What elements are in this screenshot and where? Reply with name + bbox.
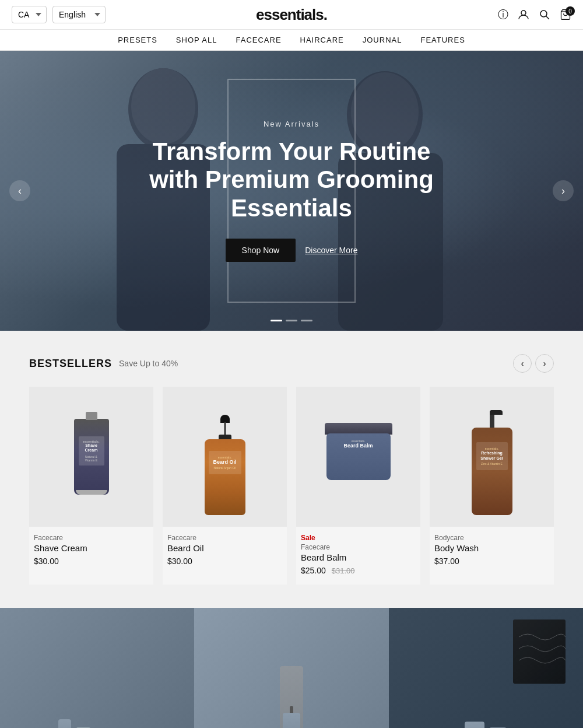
language-select[interactable]: English French German Spanish bbox=[52, 6, 106, 23]
shop-now-button[interactable]: Shop Now bbox=[226, 239, 296, 262]
nav-features[interactable]: FEATURES bbox=[420, 36, 465, 44]
hero-title: Transform Your Routine with Premium Groo… bbox=[128, 138, 455, 222]
product-card-beard-oil[interactable]: essentials. Beard Oil Natural Argan Oil … bbox=[163, 387, 287, 584]
hero-section: ‹ New Arrivals Transform Your Routine wi… bbox=[0, 51, 583, 331]
hero-dot-1[interactable] bbox=[271, 320, 282, 321]
product-price: $37.00 bbox=[434, 556, 549, 566]
product-name: Body Wash bbox=[434, 543, 549, 553]
bestsellers-title: BESTSELLERS bbox=[29, 358, 112, 370]
feature-banner-body[interactable]: essentials. BodyCream bbox=[194, 608, 388, 728]
product-category: Bodycare bbox=[434, 534, 549, 542]
hero-prev-button[interactable]: ‹ bbox=[9, 180, 30, 201]
cart-badge: 0 bbox=[566, 6, 575, 16]
brand-logo[interactable]: essentials. bbox=[256, 6, 327, 24]
product-card-shave-cream[interactable]: essentials. ShaveCream Natural & Vitamin… bbox=[29, 387, 153, 584]
nav-presets[interactable]: PRESETS bbox=[118, 36, 157, 44]
product-category: Facecare bbox=[167, 534, 282, 542]
product-card-body-wash[interactable]: essentials. RefreshingShower Gel Zinc & … bbox=[430, 387, 554, 584]
products-prev-button[interactable]: ‹ bbox=[513, 354, 532, 373]
hero-dot-3[interactable] bbox=[301, 320, 312, 321]
product-category: Facecare bbox=[34, 534, 149, 542]
hero-content: New Arrivals Transform Your Routine with… bbox=[117, 108, 466, 274]
product-card-beard-balm[interactable]: essentials. Beard Balm Sale Facecare Bea… bbox=[296, 387, 420, 584]
nav-shop-all[interactable]: SHOP ALL bbox=[176, 36, 217, 44]
section-header: BESTSELLERS Save Up to 40% ‹ › bbox=[29, 354, 554, 373]
product-info-beard-balm: Sale Facecare Beard Balm $25.00 $31.00 bbox=[296, 527, 420, 584]
cart-button[interactable]: 0 bbox=[560, 9, 571, 20]
product-price: $30.00 bbox=[167, 556, 282, 566]
product-name: Shave Cream bbox=[34, 543, 149, 553]
products-grid: essentials. ShaveCream Natural & Vitamin… bbox=[29, 387, 554, 584]
product-image-beard-oil: essentials. Beard Oil Natural Argan Oil bbox=[163, 387, 287, 527]
bestsellers-section: BESTSELLERS Save Up to 40% ‹ › essential… bbox=[0, 331, 583, 608]
product-price: $30.00 bbox=[34, 556, 149, 566]
product-info-beard-oil: Facecare Beard Oil $30.00 bbox=[163, 527, 287, 575]
nav-journal[interactable]: JOURNAL bbox=[363, 36, 402, 44]
discover-more-button[interactable]: Discover More bbox=[305, 246, 357, 255]
nav-facecare[interactable]: FACECARE bbox=[236, 36, 281, 44]
product-price: $25.00 $31.00 bbox=[301, 566, 416, 575]
top-bar-right: ⓘ 0 bbox=[498, 8, 571, 22]
hero-next-button[interactable]: › bbox=[553, 180, 574, 201]
feature-banners: essentials. BodyCream bbox=[0, 608, 583, 728]
nav-haircare[interactable]: HAIRCARE bbox=[300, 36, 344, 44]
banner2-products: essentials. BodyCream bbox=[194, 608, 388, 728]
product-name: Beard Balm bbox=[301, 552, 416, 562]
product-category: Facecare bbox=[301, 543, 416, 551]
banner3-products: HairShampoo HairMask bbox=[389, 608, 583, 728]
info-button[interactable]: ⓘ bbox=[498, 8, 508, 22]
top-bar-left: CA US UK AU English French German Spanis… bbox=[12, 6, 106, 23]
section-arrows: ‹ › bbox=[513, 354, 554, 373]
product-image-beard-balm: essentials. Beard Balm bbox=[296, 387, 420, 527]
feature-banner-haircare[interactable]: HairShampoo HairMask bbox=[389, 608, 583, 728]
svg-line-2 bbox=[546, 16, 549, 19]
account-button[interactable] bbox=[518, 9, 529, 20]
feature-banner-facecare[interactable] bbox=[0, 608, 194, 728]
hero-dots bbox=[271, 320, 312, 321]
sale-badge: Sale bbox=[301, 534, 416, 542]
products-next-button[interactable]: › bbox=[535, 354, 554, 373]
product-info-body-wash: Bodycare Body Wash $37.00 bbox=[430, 527, 554, 575]
hero-buttons: Shop Now Discover More bbox=[128, 239, 455, 262]
top-bar: CA US UK AU English French German Spanis… bbox=[0, 0, 583, 30]
section-title-group: BESTSELLERS Save Up to 40% bbox=[29, 358, 178, 370]
svg-point-0 bbox=[521, 10, 526, 15]
bestsellers-subtitle: Save Up to 40% bbox=[119, 359, 178, 368]
product-info-shave-cream: Facecare Shave Cream $30.00 bbox=[29, 527, 153, 575]
hero-dot-2[interactable] bbox=[286, 320, 297, 321]
hero-tag: New Arrivals bbox=[128, 120, 455, 128]
svg-point-1 bbox=[540, 10, 547, 17]
original-price: $31.00 bbox=[332, 566, 355, 575]
main-nav: PRESETS SHOP ALL FACECARE HAIRCARE JOURN… bbox=[0, 30, 583, 51]
country-select[interactable]: CA US UK AU bbox=[12, 6, 47, 23]
brand-name: essentials. bbox=[256, 6, 327, 23]
search-button[interactable] bbox=[539, 9, 550, 20]
banner1-products bbox=[0, 608, 194, 728]
product-name: Beard Oil bbox=[167, 543, 282, 553]
product-image-shave-cream: essentials. ShaveCream Natural & Vitamin… bbox=[29, 387, 153, 527]
product-image-body-wash: essentials. RefreshingShower Gel Zinc & … bbox=[430, 387, 554, 527]
